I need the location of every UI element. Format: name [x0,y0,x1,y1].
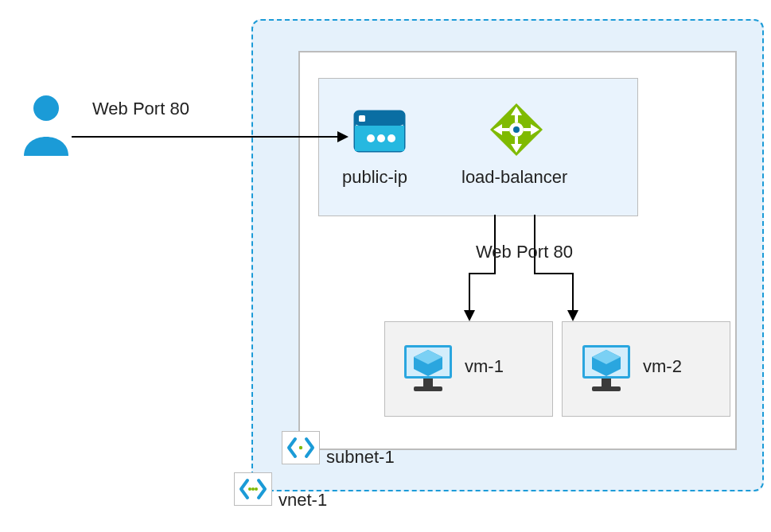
svg-point-0 [33,95,59,121]
svg-marker-21 [464,310,475,321]
label-vnet: vnet-1 [278,490,327,511]
vnet-badge [234,472,272,506]
svg-rect-31 [602,379,611,386]
vnet-brackets-icon [239,478,267,500]
svg-point-36 [248,487,251,491]
svg-point-35 [299,446,302,449]
svg-rect-26 [414,386,442,391]
svg-point-7 [367,134,375,142]
arrow-user-to-publicip [72,129,349,150]
label-vm2: vm-2 [643,356,682,377]
svg-marker-2 [337,131,349,142]
label-user-arrow: Web Port 80 [92,99,189,119]
vm2-icon [578,340,635,398]
svg-rect-6 [359,115,365,122]
svg-point-37 [251,487,255,491]
svg-marker-22 [567,310,578,321]
svg-point-38 [255,487,258,491]
label-subnet: subnet-1 [326,447,395,468]
vnet-brackets-icon [286,437,315,459]
user-icon [21,94,72,161]
svg-point-8 [377,134,385,142]
vm1-icon [399,340,457,398]
public-ip-icon [353,108,406,159]
svg-rect-32 [592,386,621,391]
label-vm1: vm-1 [465,356,504,377]
diagram-canvas: Web Port 80 public-ip load-bal [0,0,771,532]
subnet-badge [282,431,320,464]
svg-point-12 [513,126,520,133]
svg-point-9 [387,134,395,142]
svg-rect-25 [423,379,433,386]
label-load-balancer: load-balancer [461,167,567,188]
arrows-lb-to-vms [446,215,581,328]
load-balancer-icon [487,100,546,164]
label-lb-arrow: Web Port 80 [476,242,573,262]
label-public-ip: public-ip [342,167,407,188]
